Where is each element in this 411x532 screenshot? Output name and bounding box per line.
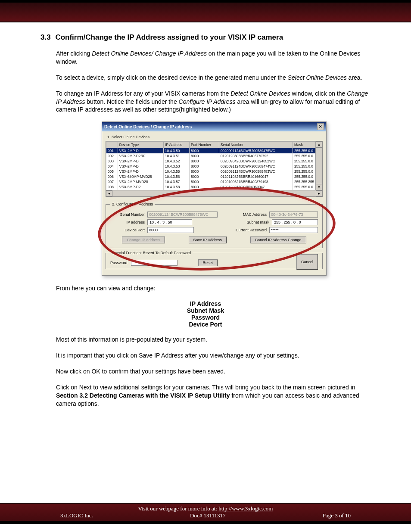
- serial-input: [147, 212, 218, 218]
- table-row[interactable]: 005VSX-2MP-D10.4.3.5580000020091124BCWR2…: [106, 169, 322, 174]
- mac-label: MAC Address: [228, 212, 267, 217]
- table-row[interactable]: 007VSX-2MP-MVD2810.4.3.5780000120100621B…: [106, 179, 322, 184]
- ip-input[interactable]: 10 . 4 . 3 . 50: [147, 219, 192, 225]
- dialog-title: Detect Online Devices / Change IP addres…: [104, 124, 192, 129]
- mac-input: [269, 212, 318, 218]
- footer-doc: Doc# 13111317: [190, 512, 225, 519]
- col-serial[interactable]: Serial Number: [219, 142, 293, 148]
- port-label: Device Port: [110, 228, 145, 232]
- table-row[interactable]: 006VSX-640MP-MVD2810.4.3.568000012011082…: [106, 174, 322, 179]
- after-image-intro: From here you can view and change:: [56, 284, 372, 292]
- ip-label: IP address: [110, 220, 145, 224]
- step1-label: 1. Select Online Devices: [107, 135, 323, 139]
- table-row[interactable]: 003VSX-2MP-D10.4.3.5280000020090428BCWR2…: [106, 159, 322, 164]
- dialog-titlebar: Detect Online Devices / Change IP addres…: [102, 122, 326, 131]
- change-ip-button[interactable]: Change IP Address: [122, 236, 165, 243]
- subnet-label: Subnet mask: [230, 220, 269, 224]
- scroll-up-icon[interactable]: ▲: [316, 141, 322, 148]
- content: 3.3 Confirm/Change the IP Address assign…: [0, 22, 411, 420]
- paragraph-7: Click on Next to view additional setting…: [56, 383, 372, 408]
- configure-ip-fieldset: 2. Configure IP Address Serial Number MA…: [106, 202, 323, 248]
- password-label: Current Password: [228, 228, 267, 232]
- step2-label: 2. Configure IP Address: [110, 202, 155, 206]
- paragraph-6: Now click on OK to confirm that your set…: [56, 367, 372, 376]
- paragraph-5: It is important that you click on Save I…: [56, 352, 372, 360]
- change-list: IP Address Subnet Mask Password Device P…: [39, 300, 372, 328]
- footer-link[interactable]: http://www.3xlogic.com: [218, 505, 273, 512]
- footer-visit: Visit our webpage for more info at:: [138, 505, 219, 512]
- special-fieldset: Special Function: Revert To Default Pass…: [106, 251, 323, 269]
- col-port[interactable]: Port Number: [189, 142, 219, 148]
- password-input[interactable]: [269, 227, 318, 233]
- section-heading: 3.3 Confirm/Change the IP Address assign…: [40, 33, 372, 42]
- footer: Visit our webpage for more info at: http…: [0, 503, 411, 524]
- scroll-left-icon[interactable]: ◄: [106, 190, 112, 196]
- subnet-input[interactable]: 255 . 255 . 0 . 0: [272, 219, 318, 225]
- col-num[interactable]: [106, 142, 118, 148]
- special-legend: Special Function: Revert To Default Pass…: [110, 251, 193, 255]
- special-pw-label: Password: [110, 261, 128, 265]
- scroll-right-icon[interactable]: ►: [316, 190, 322, 196]
- hscrollbar[interactable]: ◄ ►: [106, 190, 322, 196]
- port-input[interactable]: [147, 227, 194, 233]
- dialog-screenshot: Detect Online Devices / Change IP addres…: [102, 121, 327, 276]
- save-ip-button[interactable]: Save IP Address: [189, 236, 227, 243]
- section-number: 3.3: [40, 33, 51, 42]
- cancel-button[interactable]: Cancel: [296, 254, 318, 270]
- vscrollbar[interactable]: ▲ ▼: [315, 141, 322, 196]
- paragraph-2: To select a device, simply click on the …: [56, 74, 372, 82]
- col-ip[interactable]: IP Address: [163, 142, 189, 148]
- special-pw-input[interactable]: [131, 260, 177, 266]
- paragraph-3: To change an IP Address for any of your …: [56, 90, 372, 114]
- top-band: [0, 0, 411, 22]
- device-table: Device Type IP Address Port Number Seria…: [106, 141, 322, 197]
- cancel-ip-button[interactable]: Cancel IP Address Change: [250, 236, 306, 243]
- close-icon[interactable]: ✕: [317, 123, 324, 130]
- col-type[interactable]: Device Type: [118, 142, 163, 148]
- table-row[interactable]: 001VSX-2MP-D10.4.3.5080000020091124BCWR2…: [106, 148, 322, 154]
- reset-button[interactable]: Reset: [198, 259, 218, 266]
- table-row[interactable]: 004VSX-2MP-D10.4.3.5380000020091124BCWR2…: [106, 164, 322, 169]
- section-title: Confirm/Change the IP Address assigned t…: [55, 33, 283, 41]
- paragraph-4: Most of this information is pre-populate…: [56, 336, 372, 344]
- footer-page: Page 3 of 10: [323, 512, 351, 519]
- paragraph-1: After clicking Detect Online Devices/ Ch…: [56, 50, 372, 66]
- table-row[interactable]: 002VSX-2MP-D2RF10.4.3.5180000120120306BB…: [106, 153, 322, 159]
- device-table-wrap: Device Type IP Address Port Number Seria…: [106, 141, 323, 197]
- scroll-down-icon[interactable]: ▼: [316, 184, 322, 190]
- footer-company: 3xLOGIC Inc.: [60, 512, 93, 519]
- serial-label: Serial Number: [110, 212, 145, 217]
- table-row[interactable]: 008VSX-5MP-D210.4.3.5880000120120218CCRR…: [106, 184, 322, 190]
